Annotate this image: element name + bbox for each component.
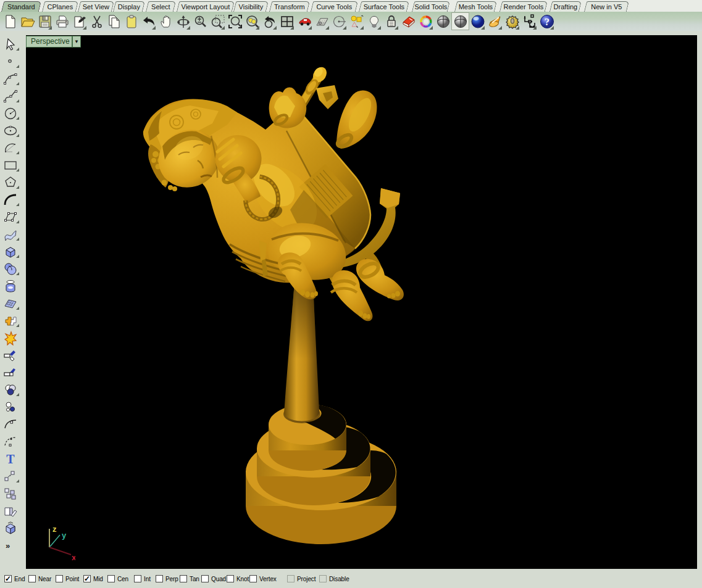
svg-text:y: y — [62, 531, 67, 540]
svg-text:z: z — [52, 524, 57, 534]
svg-text:x: x — [72, 553, 75, 562]
svg-text:T: T — [6, 452, 15, 466]
svg-text:?: ? — [545, 17, 549, 27]
